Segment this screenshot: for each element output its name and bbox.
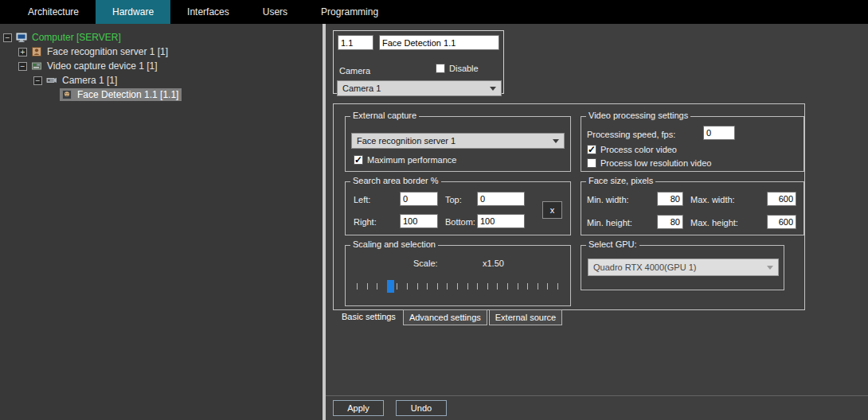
- processing-speed-label: Processing speed, fps:: [587, 130, 675, 139]
- external-capture-group: External capture Face recognition server…: [345, 116, 571, 172]
- left-label: Left:: [354, 195, 370, 204]
- scaling-title: Scaling and selection: [350, 239, 438, 249]
- processing-speed-field[interactable]: [703, 126, 735, 140]
- face-size-group: Face size, pixels Min. width: Max. width…: [581, 181, 804, 235]
- camera-icon: [46, 75, 57, 86]
- hardware-tree-panel: Computer [SERVER] Face recognition serve…: [0, 24, 323, 420]
- min-height-field[interactable]: [657, 215, 683, 229]
- process-color-label: Process color video: [600, 145, 677, 154]
- search-area-group: Search area border % Left: Top: Right: B…: [345, 181, 571, 235]
- top-label: Top:: [445, 195, 462, 204]
- max-height-label: Max. height:: [690, 218, 738, 228]
- max-performance-row[interactable]: Maximum performance: [354, 155, 456, 165]
- tree-item-content-selected[interactable]: Face Detection 1.1 [1.1]: [60, 88, 182, 101]
- right-label: Right:: [354, 217, 377, 227]
- scale-value: x1.50: [483, 259, 504, 268]
- undo-button[interactable]: Undo: [396, 400, 447, 416]
- expand-icon[interactable]: [18, 48, 27, 56]
- process-color-row[interactable]: Process color video: [587, 145, 677, 154]
- min-height-label: Min. height:: [587, 218, 632, 228]
- gpu-group: Select GPU: Quadro RTX 4000(GPU 1): [581, 245, 784, 290]
- left-field[interactable]: [400, 192, 438, 206]
- video-capture-device-icon: [31, 60, 42, 72]
- collapse-icon[interactable]: [18, 62, 27, 71]
- subtab-external-source[interactable]: External source: [489, 309, 562, 325]
- tree-item-content[interactable]: Video capture device 1 [1]: [29, 60, 161, 72]
- camera-select-value: Camera 1: [342, 84, 487, 93]
- scaling-group: Scaling and selection Scale: x1.50: [345, 245, 571, 306]
- tree-item-content[interactable]: Face recognition server 1 [1]: [29, 45, 171, 58]
- external-capture-title: External capture: [350, 111, 419, 120]
- top-menu-bar: Architecture Hardware Interfaces Users P…: [0, 0, 868, 24]
- tree-item-video-capture-device[interactable]: Video capture device 1 [1]: [0, 59, 323, 73]
- camera-select[interactable]: Camera 1: [337, 80, 502, 96]
- apply-button[interactable]: Apply: [333, 400, 384, 416]
- tree-item-content[interactable]: Camera 1 [1]: [45, 74, 120, 87]
- computer-icon: [16, 32, 27, 43]
- tree-item-face-recognition-server[interactable]: Face recognition server 1 [1]: [0, 45, 323, 59]
- tree-item-computer[interactable]: Computer [SERVER]: [0, 30, 323, 45]
- object-name-field[interactable]: [379, 35, 499, 50]
- tree-item-content[interactable]: Computer [SERVER]: [14, 31, 124, 44]
- tree-item-label: Face Detection 1.1 [1.1]: [76, 89, 180, 100]
- disable-checkbox-row[interactable]: Disable: [436, 64, 479, 73]
- tree-item-label: Computer [SERVER]: [30, 32, 123, 43]
- tree-item-label: Camera 1 [1]: [61, 75, 119, 86]
- min-width-label: Min. width:: [587, 195, 629, 204]
- recognition-server-select[interactable]: Face recognition server 1: [351, 133, 565, 149]
- process-lowres-row[interactable]: Process low resolution video: [587, 158, 711, 168]
- max-height-field[interactable]: [767, 215, 796, 229]
- gpu-select[interactable]: Quadro RTX 4000(GPU 1): [588, 259, 779, 276]
- app-window: Architecture Hardware Interfaces Users P…: [0, 0, 868, 420]
- chevron-down-icon: [490, 87, 496, 91]
- tab-users[interactable]: Users: [246, 0, 304, 24]
- face-size-title: Face size, pixels: [586, 176, 655, 185]
- video-processing-title: Video processing settings: [586, 111, 690, 120]
- collapse-icon[interactable]: [3, 33, 12, 42]
- max-performance-label: Maximum performance: [367, 155, 456, 165]
- face-recognition-server-icon: [31, 46, 42, 57]
- tab-interfaces[interactable]: Interfaces: [170, 0, 246, 24]
- bottom-field[interactable]: [477, 214, 525, 228]
- recognition-server-select-value: Face recognition server 1: [357, 136, 549, 146]
- tab-architecture[interactable]: Architecture: [11, 0, 96, 24]
- min-width-field[interactable]: [657, 192, 683, 206]
- collapse-icon[interactable]: [33, 76, 42, 85]
- settings-panel: Camera Disable Camera 1 External capture…: [326, 24, 868, 420]
- max-performance-checkbox[interactable]: [354, 155, 363, 165]
- tree-item-label: Face recognition server 1 [1]: [45, 46, 170, 57]
- tab-programming[interactable]: Programming: [304, 0, 395, 24]
- top-field[interactable]: [477, 192, 525, 206]
- footer-separator: [326, 395, 868, 396]
- tree-item-face-detection[interactable]: Face Detection 1.1 [1.1]: [0, 88, 323, 102]
- chevron-down-icon: [553, 139, 559, 143]
- settings-subtabs: Basic settings Advanced settings Externa…: [336, 309, 562, 325]
- max-width-field[interactable]: [767, 192, 796, 206]
- bottom-label: Bottom:: [445, 217, 475, 227]
- camera-label: Camera: [339, 66, 370, 76]
- video-processing-group: Video processing settings Processing spe…: [581, 116, 804, 172]
- search-area-title: Search area border %: [350, 176, 441, 185]
- disable-label: Disable: [449, 64, 479, 73]
- gpu-title: Select GPU:: [586, 239, 639, 249]
- tab-hardware[interactable]: Hardware: [96, 0, 170, 24]
- tree-item-camera[interactable]: Camera 1 [1]: [0, 73, 323, 88]
- process-color-checkbox[interactable]: [587, 145, 596, 154]
- chevron-down-icon: [767, 266, 773, 270]
- process-lowres-checkbox[interactable]: [587, 158, 596, 168]
- subtab-advanced-settings[interactable]: Advanced settings: [403, 309, 487, 325]
- process-lowres-label: Process low resolution video: [600, 158, 711, 168]
- face-detection-icon: [61, 89, 72, 100]
- gpu-select-value: Quadro RTX 4000(GPU 1): [593, 262, 764, 272]
- scale-slider[interactable]: [357, 279, 558, 294]
- subtab-basic-settings[interactable]: Basic settings: [336, 309, 401, 324]
- max-width-label: Max. width:: [690, 195, 735, 204]
- object-id-field[interactable]: [338, 35, 373, 50]
- reset-area-button[interactable]: x: [542, 201, 562, 219]
- scale-label: Scale:: [413, 259, 438, 268]
- disable-checkbox[interactable]: [436, 64, 445, 73]
- slider-thumb[interactable]: [387, 280, 394, 293]
- tree-item-label: Video capture device 1 [1]: [45, 60, 159, 72]
- right-field[interactable]: [400, 214, 438, 228]
- object-identity-box: Camera Disable Camera 1: [333, 30, 504, 94]
